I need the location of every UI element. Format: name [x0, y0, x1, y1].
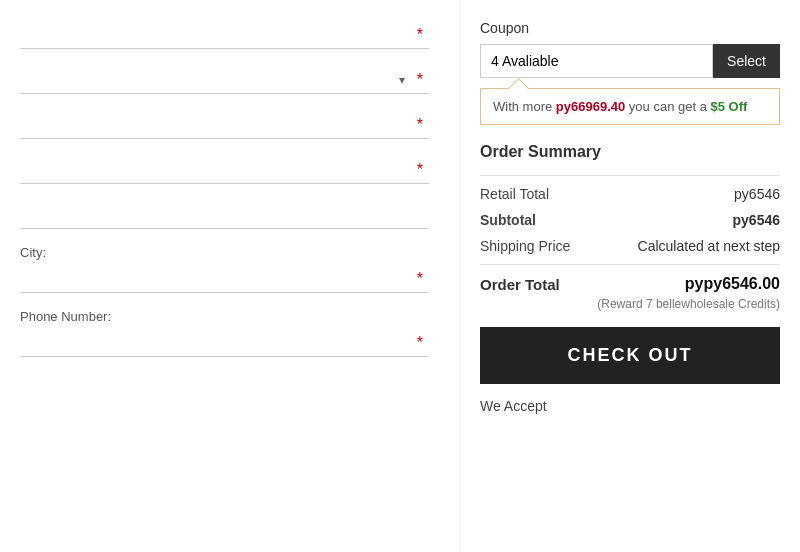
tip-prefix: With more	[493, 99, 556, 114]
form-row-2: ▾ *	[20, 65, 429, 94]
shipping-value: Calculated at next step	[638, 238, 780, 254]
tip-mid: you can get a	[625, 99, 710, 114]
retail-value: py6546	[734, 186, 780, 202]
tip-amount: py66969.40	[556, 99, 625, 114]
city-label: City:	[20, 245, 429, 260]
order-total-row: Order Total pypy6546.00	[480, 275, 780, 293]
order-total-label: Order Total	[480, 276, 560, 293]
coupon-row: Select	[480, 44, 780, 78]
city-input[interactable]	[20, 264, 429, 293]
right-panel: Coupon Select With more py66969.40 you c…	[460, 0, 800, 552]
shipping-row: Shipping Price Calculated at next step	[480, 238, 780, 254]
order-summary-title: Order Summary	[480, 143, 780, 161]
total-divider	[480, 264, 780, 265]
form-input-5[interactable]	[20, 200, 429, 229]
coupon-tip: With more py66969.40 you can get a $5 Of…	[480, 88, 780, 125]
form-row-city: City: *	[20, 245, 429, 293]
form-select-2[interactable]	[20, 65, 429, 94]
form-input-3[interactable]	[20, 110, 429, 139]
retail-total-row: Retail Total py6546	[480, 186, 780, 202]
left-form-panel: * ▾ * * * City: *	[0, 0, 460, 552]
coupon-label: Coupon	[480, 20, 780, 36]
checkout-button[interactable]: CHECK OUT	[480, 327, 780, 384]
form-row-5	[20, 200, 429, 229]
subtotal-value: py6546	[733, 212, 780, 228]
order-total-value: pypy6546.00	[685, 275, 780, 293]
form-row-3: *	[20, 110, 429, 139]
phone-label: Phone Number:	[20, 309, 429, 324]
phone-input[interactable]	[20, 328, 429, 357]
retail-label: Retail Total	[480, 186, 549, 202]
form-input-4[interactable]	[20, 155, 429, 184]
form-row-1: *	[20, 20, 429, 49]
tip-discount: $5 Off	[711, 99, 748, 114]
summary-divider	[480, 175, 780, 176]
form-row-4: *	[20, 155, 429, 184]
reward-text: (Reward 7 bellewholesale Credits)	[480, 297, 780, 311]
coupon-input[interactable]	[480, 44, 713, 78]
shipping-label: Shipping Price	[480, 238, 570, 254]
form-row-phone: Phone Number: *	[20, 309, 429, 357]
subtotal-label: Subtotal	[480, 212, 536, 228]
we-accept-label: We Accept	[480, 398, 780, 414]
subtotal-row: Subtotal py6546	[480, 212, 780, 228]
coupon-select-button[interactable]: Select	[713, 44, 780, 78]
form-input-1[interactable]	[20, 20, 429, 49]
